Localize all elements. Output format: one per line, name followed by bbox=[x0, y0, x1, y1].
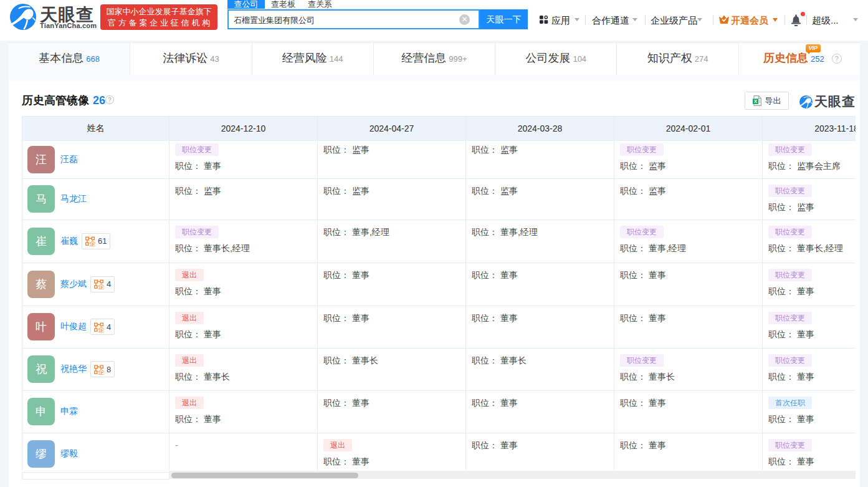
svg-text:企: 企 bbox=[97, 368, 105, 375]
svg-text:企: 企 bbox=[88, 239, 96, 246]
svg-text:企: 企 bbox=[97, 282, 105, 289]
svg-text:企: 企 bbox=[97, 325, 105, 332]
svg-text:X: X bbox=[753, 99, 756, 104]
